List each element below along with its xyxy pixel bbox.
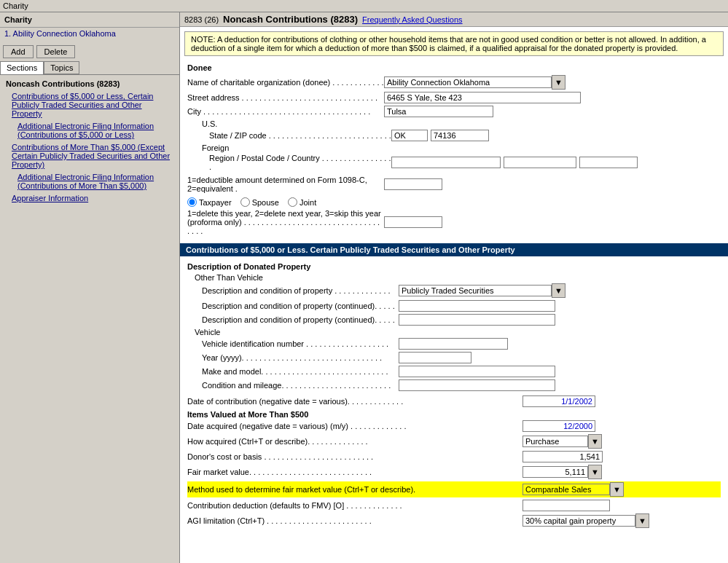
how-acquired-row: How acquired (Ctrl+T or describe). . . .…	[187, 434, 721, 449]
form1098c-row: 1=deductible amount determined on Form 1…	[187, 176, 721, 193]
vin-input[interactable]	[399, 338, 508, 350]
city-row: City . . . . . . . . . . . . . . . . . .…	[187, 106, 721, 117]
agi-dropdown: ▼	[522, 513, 649, 528]
app-title: Charity	[3, 1, 28, 10]
method-input[interactable]	[522, 484, 610, 495]
how-acquired-btn[interactable]: ▼	[588, 434, 602, 449]
date-contribution-row: Date of contribution (negative date = va…	[187, 395, 721, 407]
fmv-input[interactable]	[522, 466, 588, 478]
agi-row: AGI limitation (Ctrl+T) . . . . . . . . …	[187, 513, 721, 528]
desc1-label: Description and condition of property . …	[202, 286, 399, 295]
donor-cost-row: Donor's cost or basis . . . . . . . . . …	[187, 451, 721, 462]
name-input[interactable]	[384, 76, 552, 88]
year-label: Year (yyyy). . . . . . . . . . . . . . .…	[202, 353, 399, 362]
name-dropdown-btn[interactable]: ▼	[552, 75, 565, 90]
main-layout: Charity 1. Ability Connection Oklahoma A…	[0, 12, 728, 563]
contributions-header: Contributions of $5,000 or Less. Certain…	[180, 243, 728, 256]
sidebar-nav: Noncash Contributions (8283) Contributio…	[0, 75, 179, 563]
make-row: Make and model. . . . . . . . . . . . . …	[202, 366, 721, 377]
tab-sections[interactable]: Sections	[0, 61, 44, 74]
us-label: U.S.	[202, 119, 721, 128]
desc1-dropdown: ▼	[399, 283, 565, 298]
nav-item-contributions-5000-less[interactable]: Contributions of $5,000 or Less, Certain…	[3, 90, 176, 119]
radio-joint-input[interactable]	[288, 197, 297, 207]
make-input[interactable]	[399, 366, 555, 377]
name-label: Name of charitable organization (donee) …	[187, 78, 384, 87]
street-row: Street address . . . . . . . . . . . . .…	[187, 92, 721, 103]
desc2-input[interactable]	[399, 300, 555, 312]
items-valued-title: Items Valued at More Than $500	[187, 410, 721, 419]
desc3-row: Description and condition of property (c…	[187, 314, 721, 326]
city-input[interactable]	[384, 106, 493, 117]
radio-joint[interactable]: Joint	[288, 197, 316, 207]
nav-item-noncash[interactable]: Noncash Contributions (8283)	[3, 78, 176, 90]
region-input3[interactable]	[579, 157, 638, 168]
region-input1[interactable]	[391, 157, 501, 168]
fmv-label: Fair market value. . . . . . . . . . . .…	[187, 468, 522, 476]
nav-item-electronic-5000-more[interactable]: Additional Electronic Filing Information…	[3, 171, 176, 192]
content-area: 8283 (26) Noncash Contributions (8283) F…	[180, 12, 728, 563]
add-button[interactable]: Add	[3, 45, 34, 58]
radio-taxpayer-input[interactable]	[187, 197, 197, 207]
method-label: Method used to determine fair market val…	[187, 485, 522, 494]
date-acquired-input[interactable]	[522, 420, 595, 432]
contrib-deduction-input[interactable]	[522, 500, 610, 511]
donee-section: Donee Name of charitable organization (d…	[180, 60, 728, 240]
agi-label: AGI limitation (Ctrl+T) . . . . . . . . …	[187, 516, 522, 525]
desc1-dropdown-btn[interactable]: ▼	[552, 283, 565, 298]
form-id: 8283 (26)	[184, 15, 219, 24]
region-input2[interactable]	[504, 157, 576, 168]
contributions-section: Description of Donated Property Other Th…	[180, 256, 728, 533]
method-dropdown: ▼	[522, 482, 624, 497]
radio-taxpayer[interactable]: Taxpayer	[187, 197, 232, 207]
zip-input[interactable]	[431, 130, 489, 141]
top-bar: Charity	[0, 0, 728, 12]
radio-spouse[interactable]: Spouse	[240, 197, 279, 207]
faq-link[interactable]: Frequently Asked Questions	[362, 15, 463, 24]
sidebar-charity-label: Charity	[0, 12, 179, 28]
form1098c-input[interactable]	[384, 178, 442, 190]
form1098c-label: 1=deductible amount determined on Form 1…	[187, 176, 384, 193]
street-input[interactable]	[384, 92, 581, 103]
date-contribution-label: Date of contribution (negative date = va…	[187, 397, 522, 406]
nav-item-contributions-5000-more[interactable]: Contributions of More Than $5,000 (Excep…	[3, 141, 176, 170]
description-title: Description of Donated Property	[187, 262, 721, 271]
donee-title: Donee	[187, 63, 721, 72]
method-btn[interactable]: ▼	[610, 482, 624, 497]
vehicle-section: Vehicle identification number . . . . . …	[187, 338, 721, 391]
year-row: Year (yyyy). . . . . . . . . . . . . . .…	[202, 352, 721, 363]
condition-input[interactable]	[399, 379, 555, 391]
desc2-label: Description and condition of property (c…	[202, 302, 399, 310]
us-subsection: U.S. State / ZIP code . . . . . . . . . …	[187, 119, 721, 141]
street-label: Street address . . . . . . . . . . . . .…	[187, 93, 384, 102]
how-acquired-label: How acquired (Ctrl+T or describe). . . .…	[187, 437, 522, 446]
desc3-label: Description and condition of property (c…	[202, 315, 399, 324]
radio-spouse-input[interactable]	[240, 197, 250, 207]
delete-row: 1=delete this year, 2=delete next year, …	[187, 209, 721, 235]
agi-input[interactable]	[522, 515, 635, 527]
tab-topics[interactable]: Topics	[44, 61, 79, 74]
region-inputs	[391, 157, 638, 168]
delete-input[interactable]	[384, 216, 442, 228]
date-contribution-input[interactable]	[522, 395, 595, 407]
how-acquired-input[interactable]	[522, 436, 588, 447]
sidebar-tabs: Sections Topics	[0, 61, 179, 75]
contrib-deduction-label: Contribution deduction (defaults to FMV)…	[187, 501, 522, 510]
sidebar-charity-item[interactable]: 1. Ability Connection Oklahoma	[0, 28, 179, 39]
desc1-input[interactable]	[399, 285, 552, 296]
desc1-row: Description and condition of property . …	[187, 283, 721, 298]
donor-cost-label: Donor's cost or basis . . . . . . . . . …	[187, 452, 522, 461]
sidebar-buttons: Add Delete	[0, 42, 179, 61]
date-acquired-label: Date acquired (negative date = various) …	[187, 422, 522, 430]
note-box: NOTE: A deduction for contributions of c…	[184, 31, 724, 56]
nav-item-appraiser[interactable]: Appraiser Information	[3, 192, 176, 204]
state-input[interactable]	[391, 130, 428, 141]
city-label: City . . . . . . . . . . . . . . . . . .…	[187, 107, 384, 116]
desc3-input[interactable]	[399, 314, 555, 326]
donor-cost-input[interactable]	[522, 451, 603, 462]
delete-button[interactable]: Delete	[36, 45, 76, 58]
year-input[interactable]	[399, 352, 471, 363]
nav-item-electronic-5000-less[interactable]: Additional Electronic Filing Information…	[3, 120, 176, 141]
fmv-btn[interactable]: ▼	[588, 465, 602, 479]
agi-btn[interactable]: ▼	[635, 513, 649, 528]
